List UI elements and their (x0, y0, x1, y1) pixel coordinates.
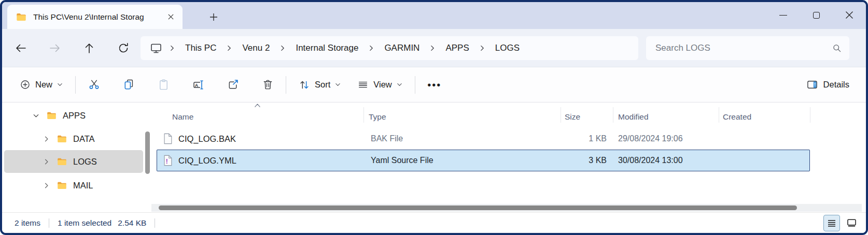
sort-ascending-icon (254, 103, 261, 108)
scissors-icon (88, 79, 100, 91)
breadcrumb-internal-storage[interactable]: Internal Storage (289, 41, 365, 55)
chevron-right-icon (167, 45, 177, 52)
column-header-size[interactable]: Size (561, 112, 613, 126)
tree-item-logs[interactable]: LOGS (4, 150, 143, 173)
forward-button[interactable] (45, 38, 65, 58)
sort-button[interactable]: Sort (293, 75, 346, 95)
column-divider[interactable] (363, 107, 364, 123)
tree-item-data[interactable]: DATA (4, 127, 143, 150)
file-name: CIQ_LOG.BAK (178, 134, 236, 144)
view-button-label: View (373, 80, 391, 90)
chevron-down-icon (57, 82, 63, 87)
breadcrumb-apps[interactable]: APPS (439, 41, 475, 55)
this-pc-icon[interactable] (147, 42, 165, 54)
folder-icon (57, 180, 67, 191)
statusbar: 2 items 1 item selected 2.54 KB (2, 212, 866, 233)
chevron-right-icon[interactable] (41, 182, 51, 189)
rename-button[interactable]: A (187, 74, 209, 96)
copy-button[interactable] (118, 74, 139, 96)
column-header-type[interactable]: Type (363, 112, 561, 126)
rename-icon: A (192, 79, 204, 91)
share-icon (227, 79, 239, 91)
yaml-file-icon: ! (163, 155, 173, 166)
list-view-icon (357, 79, 369, 91)
details-pane-icon (806, 79, 818, 91)
search-input[interactable] (655, 43, 832, 53)
chevron-down-icon[interactable] (31, 112, 40, 120)
column-header-modified[interactable]: Modified (613, 112, 719, 126)
arrow-right-icon (49, 42, 61, 54)
tab-close-icon[interactable] (164, 10, 177, 24)
column-divider[interactable] (719, 107, 719, 123)
nav-buttons (10, 38, 134, 58)
chevron-down-icon (397, 82, 402, 87)
file-row-ciq-log-bak[interactable]: CIQ_LOG.BAK BAK File 1 KB 29/08/2024 19:… (157, 128, 810, 150)
back-button[interactable] (10, 38, 31, 58)
refresh-button[interactable] (113, 38, 134, 58)
new-button[interactable]: New (15, 75, 68, 94)
folder-icon (57, 156, 67, 167)
details-view-button[interactable] (823, 215, 840, 231)
up-button[interactable] (79, 38, 100, 58)
column-divider[interactable] (613, 107, 613, 123)
chevron-right-icon[interactable] (41, 158, 51, 166)
tree-item-mail[interactable]: MAIL (4, 174, 143, 197)
close-icon (845, 11, 853, 19)
maximize-button[interactable] (800, 2, 833, 28)
tab-title: This PC\Venu 2\Internal Storag (33, 12, 158, 22)
chevron-right-icon (367, 45, 376, 52)
toolbar-divider (75, 76, 76, 94)
file-size: 3 KB (561, 156, 613, 165)
file-icon (163, 133, 173, 144)
content-area: APPS DATA LOGS (2, 102, 866, 213)
toolbar-divider (415, 76, 415, 94)
column-divider[interactable] (810, 107, 810, 123)
view-toggles (823, 215, 860, 231)
file-row-ciq-log-yml[interactable]: ! CIQ_LOG.YML Yaml Source File 3 KB 30/0… (157, 150, 810, 171)
plus-circle-icon (20, 79, 31, 90)
column-header-created[interactable]: Created (719, 112, 810, 126)
breadcrumb-venu-2[interactable]: Venu 2 (236, 41, 276, 55)
chevron-right-icon (225, 45, 234, 52)
column-headers: Name Type Size Modified Created (151, 102, 810, 126)
horizontal-scrollbar[interactable] (151, 204, 862, 212)
tree-item-label: LOGS (73, 157, 97, 167)
search-icon[interactable] (832, 43, 842, 53)
breadcrumb[interactable]: This PC Venu 2 Internal Storage GARMIN A… (141, 36, 638, 60)
tree-item-label: MAIL (73, 181, 93, 190)
chevron-right-icon (428, 45, 437, 52)
file-type: BAK File (363, 134, 561, 143)
share-button[interactable] (222, 74, 244, 96)
details-view-icon (827, 218, 836, 228)
status-divider (49, 218, 49, 228)
tree-scrollbar[interactable] (145, 131, 150, 174)
close-button[interactable] (833, 2, 866, 28)
delete-button[interactable] (257, 74, 278, 96)
status-divider (155, 218, 155, 228)
breadcrumb-logs[interactable]: LOGS (489, 41, 526, 55)
large-icons-view-button[interactable] (843, 215, 860, 231)
minimize-button[interactable] (766, 2, 800, 28)
tree-item-apps[interactable]: APPS (4, 104, 143, 127)
toolbar: New (2, 67, 866, 102)
breadcrumb-this-pc[interactable]: This PC (179, 41, 222, 55)
new-button-label: New (35, 80, 52, 90)
cut-button[interactable] (83, 74, 105, 96)
column-header-name[interactable]: Name (151, 112, 363, 126)
search-box (646, 36, 849, 60)
paste-button[interactable] (152, 74, 174, 96)
chevron-right-icon (278, 45, 287, 52)
details-pane-button[interactable]: Details (803, 75, 852, 95)
svg-text:!: ! (166, 158, 168, 165)
refresh-icon (117, 42, 130, 54)
horizontal-scrollbar-thumb[interactable] (159, 205, 797, 210)
window-controls (766, 2, 866, 28)
details-pane-label: Details (823, 80, 849, 90)
more-options-button[interactable]: ••• (423, 74, 446, 96)
view-button[interactable]: View (352, 75, 407, 95)
explorer-tab[interactable]: This PC\Venu 2\Internal Storag (7, 5, 183, 29)
column-divider[interactable] (561, 107, 561, 123)
new-tab-button[interactable] (205, 10, 222, 24)
chevron-right-icon[interactable] (41, 135, 51, 143)
breadcrumb-garmin[interactable]: GARMIN (378, 41, 426, 55)
